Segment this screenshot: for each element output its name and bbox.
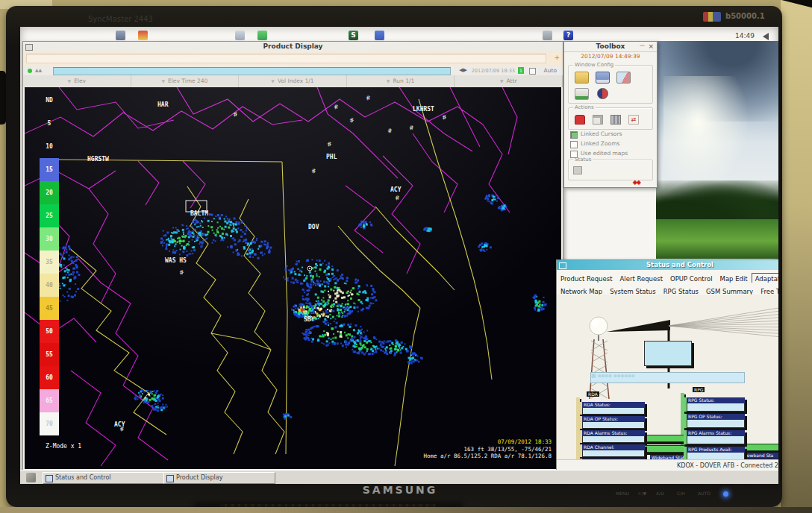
status-control-titlebar[interactable]: Status and Control [557, 260, 778, 270]
rda-box-rda-op-status-[interactable]: RDA OP Status: [579, 416, 645, 429]
lock-icon[interactable] [575, 115, 585, 125]
rpg-box-rpg-status-[interactable]: RPG Status: [684, 397, 745, 412]
status-icon[interactable] [573, 166, 582, 174]
tab-adaptation[interactable]: Adaptation [752, 273, 778, 283]
monitor-button-3[interactable]: C/H [677, 491, 685, 496]
auto-checkbox[interactable] [529, 68, 536, 75]
obstruction-mark: # [408, 124, 415, 132]
echo-pixel [409, 346, 411, 348]
toolbar-elev-time-240[interactable]: ▼Elev Time 240 [131, 75, 240, 87]
echo-pixel [322, 315, 325, 317]
app-server-icon[interactable] [375, 31, 384, 40]
toolbar-attr[interactable]: ▼Attr [455, 75, 563, 87]
pie-icon[interactable] [597, 88, 608, 99]
echo-pixel [60, 264, 62, 266]
echo-pixel [313, 284, 314, 286]
echo-pixel [193, 230, 194, 232]
echo-pixel [196, 221, 198, 224]
monitor-button-auto[interactable]: AUTO [698, 491, 710, 496]
echo-pixel [233, 223, 235, 225]
echo-pixel [160, 409, 163, 411]
disconnect-icon[interactable]: ◆◆ [633, 179, 640, 186]
checkbox-linked-cursors[interactable] [570, 131, 578, 139]
echo-pixel [263, 244, 265, 245]
launcher-icon[interactable] [26, 473, 36, 482]
product-display-titlebar[interactable]: Product Display [23, 42, 563, 52]
radar-map[interactable]: ND510152025303540455055606570 HARHGRSTWP… [25, 87, 561, 469]
taskbar-item-product-display[interactable]: Product Display [163, 472, 275, 484]
echo-pixel [179, 242, 181, 244]
toolbar-vol-index-1-1[interactable]: ▼Vol Index 1/1 [239, 75, 347, 87]
add-product-button[interactable]: + [554, 54, 560, 61]
echo-pixel [212, 242, 213, 244]
app-alert-icon[interactable] [138, 31, 148, 40]
echo-pixel [336, 277, 337, 279]
rda-box-rda-alarms-status-[interactable]: RDA Alarms Status: [579, 430, 645, 443]
echo-pixel [246, 227, 248, 229]
rpg-node-box[interactable] [644, 341, 692, 366]
film-icon[interactable] [610, 115, 621, 125]
echo-pixel [342, 344, 344, 347]
swap-icon[interactable]: ⇄ [628, 115, 639, 125]
echo-pixel [305, 330, 307, 331]
echo-pixel [478, 245, 480, 248]
step-arrows[interactable]: ◀▶ [459, 67, 467, 73]
status-control-window: Status and Control Product RequestAlert … [556, 259, 778, 479]
tab-map-edit[interactable]: Map Edit [716, 273, 752, 283]
window-menu-icon[interactable] [559, 262, 566, 269]
toolbar-run-1-1[interactable]: ▼Run 1/1 [347, 75, 455, 87]
echo-pixel [324, 270, 326, 272]
app-network-icon[interactable] [543, 31, 552, 40]
taskbar-item-status-and-control[interactable]: Status and Control [43, 472, 168, 484]
app-help-icon[interactable]: ? [563, 31, 573, 40]
echo-pixel [65, 267, 66, 268]
image-icon[interactable] [616, 72, 631, 84]
app-grid-icon[interactable] [116, 31, 125, 40]
rpg-box-body [687, 436, 745, 444]
rda-box-rda-status-[interactable]: RDA Status: [579, 402, 645, 415]
rpg-box-rpg-alarms-status-[interactable]: RPG Alarms Status: [684, 430, 745, 444]
monitor-button-menu[interactable]: MENU [616, 491, 629, 496]
echo-pixel [308, 335, 310, 336]
checkbox-use-edited-maps[interactable] [570, 151, 578, 158]
echo-pixel [349, 312, 351, 315]
monitor-button-1[interactable]: ☼/▼ [637, 491, 646, 496]
toolbar-elev[interactable]: ▼Elev [23, 75, 131, 87]
echo-pixel [357, 288, 359, 289]
window-menu-icon[interactable] [25, 44, 33, 51]
echo-pixel [356, 344, 357, 345]
brand-logo: SAMSUNG [340, 484, 460, 496]
folder-icon[interactable] [575, 72, 589, 84]
echo-pixel [537, 302, 539, 304]
echo-pixel [328, 335, 329, 336]
map-icon[interactable] [575, 88, 589, 100]
echo-pixel [506, 206, 508, 207]
tab-alert-request[interactable]: Alert Request [616, 273, 666, 283]
time-slider[interactable] [53, 67, 451, 75]
checkbox-linked-zooms[interactable] [570, 141, 578, 148]
minimize-icon[interactable]: — [640, 43, 645, 48]
rpg-box-rpg-products-avail-[interactable]: RPG Products Avail: [684, 447, 745, 460]
echo-pixel [359, 342, 361, 344]
monitor-button-2[interactable]: A/D [656, 491, 664, 496]
product-entry-field[interactable] [26, 54, 546, 63]
app-battery-icon[interactable] [257, 31, 267, 40]
pencil-icon[interactable] [593, 115, 603, 125]
app-radar-icon[interactable]: S [349, 31, 358, 40]
tab-opup-control[interactable]: OPUP Control [666, 273, 716, 283]
echo-pixel [221, 227, 223, 230]
echo-pixel [284, 415, 287, 418]
rpg-box-rpg-op-status-[interactable]: RPG OP Status: [684, 414, 745, 428]
save-icon[interactable] [596, 72, 610, 84]
volume-icon[interactable] [763, 33, 769, 40]
app-document-icon[interactable] [235, 31, 245, 40]
echo-pixel [346, 308, 348, 309]
obstruction-mark: # [441, 113, 448, 122]
loop-icons[interactable]: ▲▲ [35, 67, 42, 72]
close-icon[interactable]: × [648, 43, 654, 50]
echo-pixel [295, 279, 297, 281]
rda-box-rda-channel-[interactable]: RDA Channel: [579, 444, 645, 457]
tab-product-request[interactable]: Product Request [557, 273, 616, 283]
rda-box-body [582, 408, 645, 415]
power-led[interactable] [723, 491, 728, 497]
